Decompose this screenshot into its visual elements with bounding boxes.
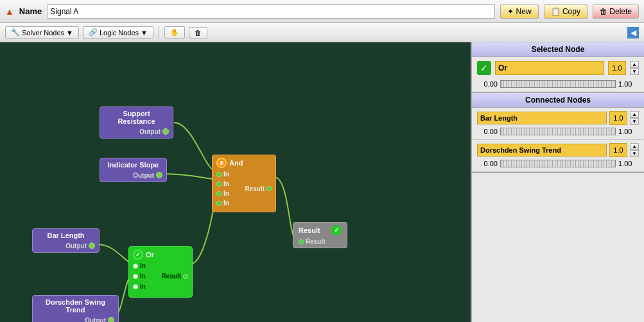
logic-nodes-button[interactable]: 🔗 Logic Nodes ▼ [83,26,153,38]
and-label: And [229,159,243,167]
spin-down-button[interactable]: ▼ [630,68,639,75]
bar-length-max: 1.00 [618,128,639,135]
arrow-icon[interactable]: ▲ [5,6,14,17]
top-bar: ▲ Name ✦ New 📋 Copy 🗑 Delete [0,0,644,23]
or-in-1: In [133,262,146,269]
and-icon: ⊗ [216,158,227,168]
selected-node-slider-row: 0.00 1.00 [472,79,644,92]
slider-track[interactable] [500,80,616,88]
or-node[interactable]: ✓ Or In In In Result [128,246,193,298]
bar-length-header: Bar Length 1.0 ▲ ▼ [472,108,644,126]
dorschden-spin-down[interactable]: ▼ [630,150,639,157]
output-port[interactable] [108,317,114,322]
and-in-3: In [216,190,229,197]
result-label: Result [299,226,320,234]
output-port[interactable] [162,128,169,135]
or-in-2: In [133,273,146,280]
selected-node-spinbox: 1.0 [608,61,626,75]
selected-node-value: 1.0 [608,61,626,75]
solver-dropdown-icon: ▼ [66,29,73,37]
delete-button[interactable]: 🗑 Delete [593,4,639,19]
dorschden-max: 1.00 [618,160,639,167]
connected-nodes-section: Connected Nodes Bar Length 1.0 ▲ ▼ [472,93,644,173]
and-result-port[interactable] [266,186,272,191]
or-icon: ✓ [133,250,143,260]
dorschden-output: Output [85,316,114,322]
result-node[interactable]: Result ✓ Result [293,222,347,248]
toolbar: 🔧 Solver Nodes ▼ 🔗 Logic Nodes ▼ ✋ 🗑 ◀ [0,23,644,42]
dorschden-slider[interactable] [500,160,616,167]
dorschden-label: Dorschden Swing Trend [37,298,114,314]
solver-nodes-label: Solver Nodes [22,29,64,37]
dorschden-header: Dorschden Swing Trend 1.0 ▲ ▼ [472,140,644,158]
or-result-port[interactable] [183,274,188,279]
result-sub-label: Result [306,238,326,245]
name-input[interactable] [47,4,495,19]
bar-length-name: Bar Length [477,112,607,124]
connected-nodes-title: Connected Nodes [472,93,644,108]
indicator-slope-label: Indicator Slope [104,161,162,169]
dorschden-slider-row: 0.00 1.00 [472,158,644,171]
selected-node-check: ✓ [477,61,491,75]
solver-nodes-button[interactable]: 🔧 Solver Nodes ▼ [5,26,79,38]
bar-length-slider-row: 0.00 1.00 [472,126,644,139]
logic-icon: 🔗 [89,28,98,37]
selected-node-section: Selected Node ✓ 1.0 ▲ ▼ 0.00 1.00 [472,42,644,93]
copy-button[interactable]: 📋 Copy [544,4,587,19]
slider-max-val: 1.00 [618,80,639,88]
bar-length-spin-up[interactable]: ▲ [630,111,639,118]
toolbar-separator [159,26,159,39]
and-node[interactable]: ⊗ And In In In In Result [212,155,276,212]
slider-min-val: 0.00 [477,80,498,88]
node-canvas[interactable]: Support Resistance Output Indicator Slop… [0,42,471,322]
main-area: Support Resistance Output Indicator Slop… [0,42,644,322]
dorschden-node[interactable]: Dorschden Swing Trend Output [32,295,119,322]
logic-dropdown-icon: ▼ [141,29,148,37]
result-check-icon: ✓ [331,225,342,235]
support-resistance-node[interactable]: Support Resistance Output [100,106,173,139]
or-in-3: In [133,283,146,290]
bar-length-node[interactable]: Bar Length Output [32,228,100,253]
bar-length-spinbox: 1.0 [609,111,627,125]
dorschden-spinbtns: ▲ ▼ [630,143,639,157]
selected-node-name-input[interactable] [495,61,604,75]
indicator-slope-output: Output [133,171,162,179]
output-port[interactable] [89,242,95,249]
spin-up-button[interactable]: ▲ [630,61,639,68]
hand-icon: ✋ [170,28,179,37]
right-panel: Selected Node ✓ 1.0 ▲ ▼ 0.00 1.00 Connec… [471,42,644,322]
logic-nodes-label: Logic Nodes [100,29,139,37]
trash-icon: 🗑 [195,29,202,37]
dorschden-spin-up[interactable]: ▲ [630,143,639,150]
selected-node-row: ✓ 1.0 ▲ ▼ [472,57,644,79]
bar-length-slider[interactable] [500,128,616,135]
dorschden-min: 0.00 [477,160,498,167]
bar-length-value: 1.0 [609,111,627,125]
bar-length-output: Output [65,242,95,250]
name-label: Name [19,6,42,16]
support-resistance-label: Support Resistance [104,110,169,125]
dorschden-spinbox: 1.0 [609,143,627,157]
selected-node-title: Selected Node [472,42,644,57]
collapse-panel-button[interactable]: ◀ [627,27,639,38]
and-title: ⊗ And [216,158,272,168]
and-in-2: In [216,180,229,187]
result-input-port[interactable] [299,239,304,244]
collapse-icon: ◀ [631,28,636,37]
new-button[interactable]: ✦ New [500,4,538,19]
selected-node-spinbtns: ▲ ▼ [630,61,639,75]
bar-length-spinbtns: ▲ ▼ [630,111,639,125]
hand-tool-button[interactable]: ✋ [164,26,185,38]
indicator-slope-node[interactable]: Indicator Slope Output [100,158,167,182]
connected-dorschden: Dorschden Swing Trend 1.0 ▲ ▼ 0.00 1.00 [472,140,644,172]
solver-icon: 🔧 [11,28,20,37]
dorschden-value: 1.0 [609,143,627,157]
output-port[interactable] [156,172,162,178]
bar-length-label: Bar Length [37,232,95,239]
delete-tool-button[interactable]: 🗑 [189,27,207,38]
dorschden-name: Dorschden Swing Trend [477,144,607,157]
and-in-4: In [216,199,229,207]
and-in-1: In [216,171,229,178]
or-label: Or [146,251,154,258]
bar-length-spin-down[interactable]: ▼ [630,118,639,125]
